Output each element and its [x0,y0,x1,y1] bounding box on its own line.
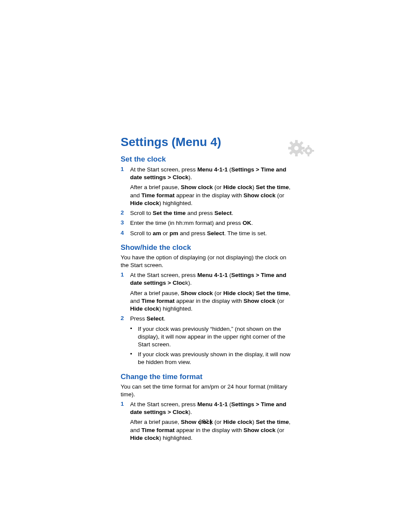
list-item: 2 Scroll to Set the time and press Selec… [121,209,293,217]
step-number: 1 [121,271,130,287]
bullet-icon: • [130,351,138,366]
list-item: 1 At the Start screen, press Menu 4-1-1 … [121,401,293,416]
page-number: [ 92 ] [0,419,411,425]
step-text: Scroll to Set the time and press Select. [130,209,293,217]
section-title-set-clock: Set the clock [121,155,293,164]
body-text: You can set the time format for am/pm or… [121,383,293,398]
step-note: After a brief pause, Show clock (or Hide… [130,289,293,313]
list-item: 1 At the Start screen, press Menu 4-1-1 … [121,166,293,181]
svg-point-1 [294,146,299,150]
step-note: After a brief pause, Show clock (or Hide… [130,184,293,207]
list-item: • If your clock was previously “hidden,”… [130,325,293,349]
step-number: 2 [121,209,130,217]
svg-rect-3 [295,153,298,156]
step-text: At the Start screen, press Menu 4-1-1 (S… [130,166,293,181]
bullet-text: If your clock was previously “hidden,” (… [138,325,293,349]
svg-rect-13 [308,154,309,156]
list-item: • If your clock was previously shown in … [130,351,293,366]
svg-point-11 [307,149,310,152]
step-text: Enter the time (in hh:mm format) and pre… [130,219,293,227]
body-text: You have the option of displaying (or no… [121,254,293,269]
svg-rect-4 [288,147,291,149]
step-number: 3 [121,219,130,227]
document-page: Settings (Menu 4) Set the clock 1 At the… [121,135,293,444]
bullet-text: If your clock was previously shown in th… [138,351,293,366]
list-item: 3 Enter the time (in hh:mm format) and p… [121,219,293,227]
list-item: 1 At the Start screen, press Menu 4-1-1 … [121,271,293,287]
step-text: Scroll to am or pm and press Select. The… [130,230,293,237]
section-title-show-hide: Show/hide the clock [121,243,293,252]
list-item: 2 Press Select. [121,315,293,323]
svg-rect-15 [312,150,314,152]
step-number: 1 [121,166,130,181]
svg-rect-12 [308,145,309,147]
section-title-time-format: Change the time format [121,373,293,381]
step-text: At the Start screen, press Menu 4-1-1 (S… [130,271,293,287]
settings-gears-icon [286,138,316,159]
step-text: Press Select. [130,315,293,323]
bullet-icon: • [130,325,138,349]
chapter-title: Settings (Menu 4) [121,135,293,149]
svg-rect-14 [303,150,305,152]
step-number: 4 [121,230,130,237]
svg-rect-5 [302,147,305,149]
step-text: At the Start screen, press Menu 4-1-1 (S… [130,401,293,416]
step-number: 1 [121,401,130,416]
step-number: 2 [121,315,130,323]
svg-rect-2 [295,140,298,143]
list-item: 4 Scroll to am or pm and press Select. T… [121,230,293,237]
